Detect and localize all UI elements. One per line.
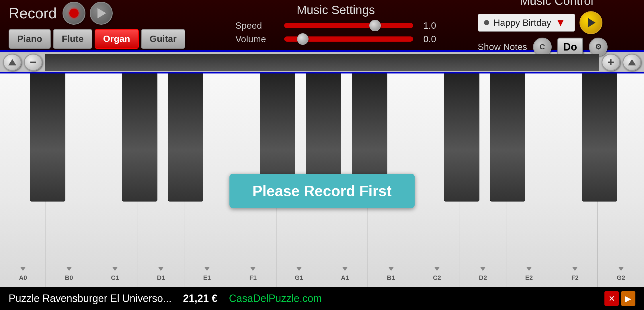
key-arrow-icon: [434, 267, 440, 271]
left-arrow-icon: [8, 59, 16, 65]
key-arrow-icon: [158, 267, 164, 271]
record-button[interactable]: [63, 2, 85, 25]
key-arrow-icon: [296, 267, 302, 271]
key-arrow-icon: [572, 267, 578, 271]
nav-left-arrow-button[interactable]: [3, 54, 22, 71]
ad-price: 21,21 €: [183, 292, 217, 304]
speed-value: 1.0: [416, 20, 436, 31]
key-label: F2: [571, 274, 579, 282]
key-label: G2: [617, 274, 625, 282]
key-label: G1: [295, 274, 303, 282]
key-label: C2: [433, 274, 441, 282]
key-label: F1: [249, 274, 257, 282]
piano-black-key[interactable]: [444, 73, 479, 202]
key-label: C1: [111, 274, 119, 282]
ad-banner: Puzzle Ravensburger El Universo... 21,21…: [0, 287, 644, 310]
instrument-guitar-button[interactable]: Guitar: [141, 29, 185, 49]
key-arrow-icon: [526, 267, 532, 271]
key-label: E1: [203, 274, 211, 282]
play-header-button[interactable]: [90, 2, 113, 25]
play-gold-button[interactable]: [579, 11, 602, 34]
record-dot-icon: [69, 9, 79, 18]
record-label: Record: [9, 5, 57, 22]
music-control: Music Control Happy Birtday ▼ Show Notes…: [478, 0, 635, 56]
music-settings: Music Settings Speed 1.0 Volume 0.0: [194, 3, 478, 47]
piano-container: A0B0C1D1E1F1G1A1B1C2D2E2F2G2 Please Reco…: [0, 73, 644, 287]
volume-value: 0.0: [416, 34, 436, 44]
key-arrow-icon: [112, 267, 118, 271]
key-label: D2: [479, 274, 487, 282]
ad-text: Puzzle Ravensburger El Universo... 21,21…: [9, 292, 604, 305]
key-arrow-icon: [20, 267, 26, 271]
header: Record Piano Flute Organ Guitar Music Se…: [0, 0, 644, 50]
key-arrow-icon: [250, 267, 256, 271]
music-control-title: Music Control: [520, 0, 594, 8]
key-arrow-icon: [480, 267, 486, 271]
speed-slider-thumb[interactable]: [369, 20, 381, 31]
instrument-organ-button[interactable]: Organ: [95, 29, 139, 49]
piano-black-key[interactable]: [490, 73, 526, 202]
speed-label: Speed: [235, 20, 281, 31]
key-label: E2: [525, 274, 533, 282]
piano-black-key[interactable]: [122, 73, 157, 202]
key-label: A0: [19, 274, 27, 282]
key-label: D1: [157, 274, 165, 282]
key-label: A1: [341, 274, 349, 282]
instrument-buttons: Piano Flute Organ Guitar: [9, 29, 185, 49]
key-arrow-icon: [342, 267, 348, 271]
record-section: Record Piano Flute Organ Guitar: [9, 2, 185, 49]
right-arrow-icon: [628, 59, 636, 65]
piano-black-key[interactable]: [168, 73, 204, 202]
instrument-flute-button[interactable]: Flute: [53, 29, 92, 49]
volume-slider-row: Volume 0.0: [235, 34, 436, 44]
volume-slider-thumb[interactable]: [297, 33, 309, 45]
play-triangle-icon: [97, 8, 106, 18]
dropdown-arrow-icon: ▼: [555, 17, 566, 29]
volume-slider-track[interactable]: [284, 36, 413, 42]
show-notes-label: Show Notes: [478, 42, 527, 52]
ad-play-button[interactable]: ▶: [621, 291, 635, 306]
ad-website: CasaDelPuzzle.com: [229, 292, 322, 304]
record-first-overlay: Please Record First: [229, 174, 415, 208]
speed-slider-row: Speed 1.0: [235, 20, 436, 31]
mini-keyboard-strip: [45, 54, 599, 71]
key-label: B0: [65, 274, 73, 282]
keyboard-nav: − +: [0, 52, 644, 73]
control-top-row: Happy Birtday ▼: [478, 11, 602, 34]
ad-description: Puzzle Ravensburger El Universo...: [9, 292, 171, 304]
speed-slider-track[interactable]: [284, 23, 413, 28]
key-label: B1: [387, 274, 395, 282]
piano-black-key[interactable]: [30, 73, 65, 202]
song-name: Happy Birtday: [493, 18, 551, 28]
instrument-piano-button[interactable]: Piano: [9, 29, 51, 49]
nav-minus-button[interactable]: −: [24, 54, 42, 71]
piano-black-key[interactable]: [582, 73, 617, 202]
key-arrow-icon: [618, 267, 624, 271]
play-gold-triangle-icon: [588, 18, 596, 27]
song-select-dropdown[interactable]: Happy Birtday ▼: [478, 14, 575, 32]
key-arrow-icon: [66, 267, 72, 271]
music-settings-title: Music Settings: [296, 3, 375, 17]
volume-label: Volume: [235, 34, 281, 44]
key-arrow-icon: [204, 267, 210, 271]
ad-close-button[interactable]: ✕: [604, 291, 619, 306]
record-label-row: Record: [9, 2, 113, 25]
song-dot-icon: [484, 20, 489, 25]
key-arrow-icon: [388, 267, 394, 271]
record-first-message: Please Record First: [252, 183, 392, 199]
